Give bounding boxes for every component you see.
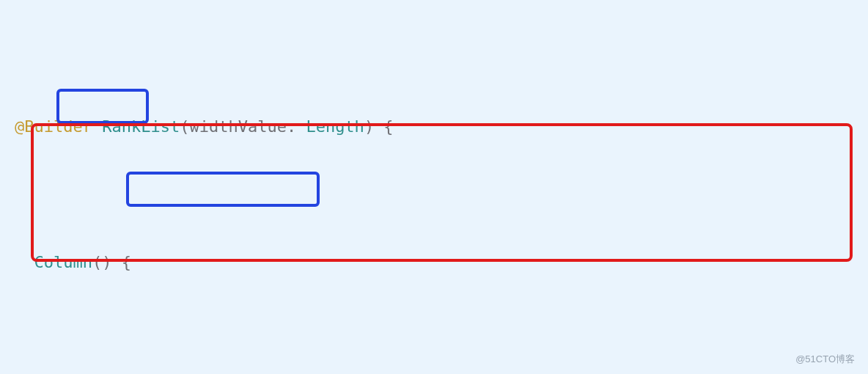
paren-close: ) — [364, 117, 374, 136]
watermark: @51CTO博客 — [795, 354, 855, 364]
indent — [15, 253, 34, 271]
code-line: @Builder RankList(widthValue: Length) { — [7, 113, 868, 140]
column-fn: Column — [34, 253, 92, 271]
ranklist-fn: RankList — [102, 117, 180, 136]
parens: () — [92, 253, 112, 271]
brace: { — [111, 253, 131, 271]
brace: { — [374, 117, 394, 136]
builder-annotation: @Builder — [15, 117, 92, 136]
code-block: @Builder RankList(widthValue: Length) { … — [0, 0, 868, 374]
param-name: widthValue — [189, 117, 286, 136]
param-sep: : — [287, 117, 306, 136]
param-type: Length — [306, 117, 364, 136]
paren-open: ( — [180, 117, 189, 136]
code-line: Column() { — [7, 249, 868, 276]
